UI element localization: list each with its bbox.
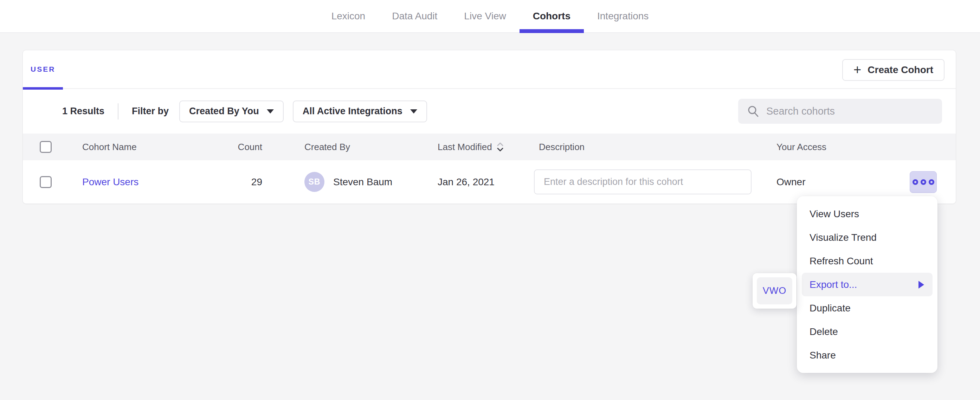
menu-item-view-users[interactable]: View Users	[797, 202, 937, 226]
created-by-filter-dropdown[interactable]: Created By You	[179, 100, 284, 122]
integrations-filter-dropdown[interactable]: All Active Integrations	[293, 100, 427, 122]
nav-tab-lexicon[interactable]: Lexicon	[318, 0, 379, 32]
active-tab-underline	[520, 29, 584, 33]
chevron-down-icon	[410, 109, 417, 113]
access-value: Owner	[751, 177, 910, 188]
filter-by-label: Filter by	[132, 106, 169, 117]
cohort-count: 29	[232, 177, 262, 188]
row-context-menu: View Users Visualize Trend Refresh Count…	[797, 196, 937, 373]
results-count: 1 Results	[62, 106, 104, 117]
last-modified-date: Jan 26, 2021	[438, 177, 534, 188]
search-cohorts-input[interactable]	[766, 105, 934, 117]
card-header: USER + Create Cohort	[23, 50, 956, 89]
avatar: SB	[304, 172, 325, 192]
more-icon	[913, 179, 918, 185]
column-header-last-modified[interactable]: Last Modified	[438, 141, 534, 153]
menu-item-export-to-label: Export to...	[810, 279, 857, 290]
tab-user-label: USER	[30, 65, 55, 73]
tab-user[interactable]: USER	[23, 50, 63, 88]
cohort-name-link[interactable]: Power Users	[82, 177, 138, 187]
description-input[interactable]	[534, 169, 751, 194]
column-header-last-modified-label: Last Modified	[438, 142, 492, 153]
created-by-filter-label: Created By You	[189, 106, 259, 117]
create-cohort-button[interactable]: + Create Cohort	[842, 59, 945, 81]
column-header-your-access[interactable]: Your Access	[751, 142, 910, 153]
cohorts-card: USER + Create Cohort 1 Results Filter by…	[22, 50, 956, 204]
nav-tab-live-view[interactable]: Live View	[451, 0, 519, 32]
column-header-count[interactable]: Count	[232, 142, 262, 153]
search-icon	[746, 105, 760, 118]
tab-user-underline	[23, 87, 63, 90]
select-all-checkbox[interactable]	[40, 141, 52, 153]
create-cohort-label: Create Cohort	[867, 64, 933, 76]
filter-row: 1 Results Filter by Created By You All A…	[23, 89, 956, 134]
chevron-down-icon	[267, 109, 274, 113]
submenu-item-vwo[interactable]: VWO	[757, 277, 792, 304]
column-header-cohort-name[interactable]: Cohort Name	[82, 142, 232, 153]
top-nav: Lexicon Data Audit Live View Cohorts Int…	[0, 0, 980, 33]
submenu-arrow-icon	[918, 281, 924, 288]
table-header: Cohort Name Count Created By Last Modifi…	[23, 134, 956, 160]
sort-icon[interactable]	[496, 141, 504, 153]
row-checkbox[interactable]	[40, 176, 52, 188]
menu-item-refresh-count[interactable]: Refresh Count	[797, 249, 937, 273]
divider	[118, 104, 118, 120]
more-icon	[921, 179, 926, 185]
created-by-cell: SB Steven Baum	[262, 172, 438, 192]
plus-icon: +	[853, 63, 861, 76]
menu-item-share[interactable]: Share	[797, 343, 937, 367]
menu-item-duplicate[interactable]: Duplicate	[797, 296, 937, 320]
nav-tab-data-audit[interactable]: Data Audit	[379, 0, 451, 32]
menu-item-export-to[interactable]: Export to...	[802, 273, 932, 296]
row-actions-button[interactable]	[910, 171, 937, 193]
nav-tab-integrations[interactable]: Integrations	[584, 0, 662, 32]
more-icon	[929, 179, 934, 185]
menu-item-visualize-trend[interactable]: Visualize Trend	[797, 226, 937, 249]
export-submenu: VWO	[752, 273, 797, 309]
integrations-filter-label: All Active Integrations	[303, 106, 402, 117]
menu-item-delete[interactable]: Delete	[797, 320, 937, 343]
created-by-name: Steven Baum	[333, 177, 392, 188]
nav-tab-cohorts[interactable]: Cohorts	[520, 0, 584, 32]
nav-tab-cohorts-label: Cohorts	[533, 11, 571, 22]
column-header-created-by[interactable]: Created By	[262, 142, 438, 153]
column-header-description[interactable]: Description	[534, 142, 751, 153]
search-cohorts-box	[738, 99, 942, 124]
